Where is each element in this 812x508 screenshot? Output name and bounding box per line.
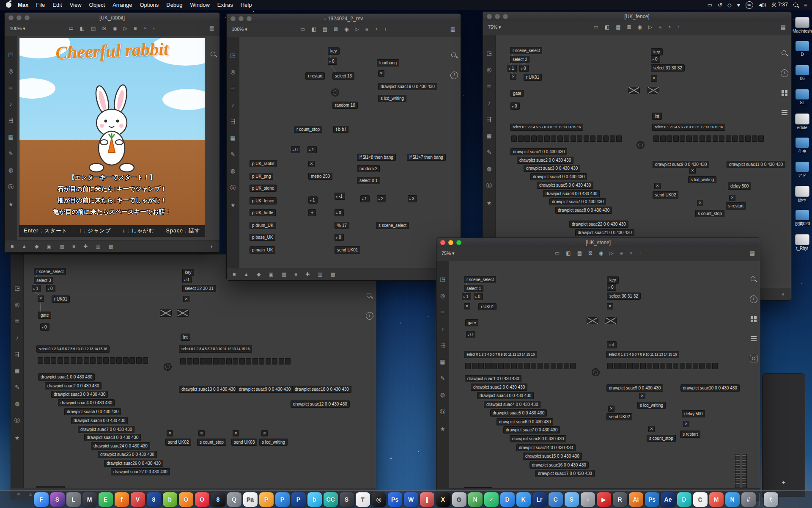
toggle-box[interactable]: ✕ (607, 303, 613, 309)
max-object[interactable]: s count_stop (647, 435, 676, 442)
bang-icon[interactable]: ⓑ (486, 182, 492, 190)
matrix-toggle[interactable] (603, 135, 609, 142)
zoom-button[interactable] (25, 15, 30, 20)
toggle-box[interactable]: ✕ (689, 168, 696, 174)
matrix-toggle[interactable] (136, 357, 142, 364)
matrix-toggle[interactable] (478, 363, 484, 369)
matrix-toggle[interactable] (193, 358, 199, 364)
max-object[interactable]: drawpict suac1 0 0 430 430 (510, 148, 567, 155)
max-object[interactable]: send UK01 (335, 246, 360, 254)
message-icon[interactable]: ◎ (15, 301, 19, 308)
draw-icon[interactable]: ✎ (230, 151, 235, 157)
comment-icon[interactable]: ≣ (440, 309, 445, 315)
menu-object[interactable]: Object (85, 2, 109, 8)
matrix-toggle[interactable] (610, 135, 615, 142)
number-box[interactable]: 0 (328, 58, 337, 65)
max-object[interactable]: select 0 1 2 3 4 5 6 7 8 9 10 11 12 13 1… (606, 351, 679, 358)
number-box[interactable]: 0 (291, 146, 300, 153)
matrix-toggle[interactable] (511, 363, 517, 369)
router-object[interactable] (628, 87, 640, 94)
info-icon[interactable] (750, 295, 757, 303)
max-object[interactable]: drawpict suac22 0 0 430 430 (569, 221, 628, 228)
dock-vivaldi[interactable]: V (131, 492, 145, 507)
max-object[interactable]: drawpict suac11 0 0 430 430 (727, 161, 785, 168)
max-object[interactable]: drawpict suac21 0 0 430 430 (575, 229, 634, 236)
matrix-toggle[interactable] (564, 363, 569, 369)
matrix-toggle[interactable] (538, 135, 543, 142)
comment-icon[interactable]: ≣ (230, 85, 235, 91)
max-object[interactable]: p main_UK (250, 246, 275, 254)
matrix-toggle[interactable] (653, 363, 659, 369)
matrix-toggle[interactable] (485, 363, 491, 369)
max-object[interactable]: drawpict suac27 0 0 430 430 (111, 468, 170, 475)
max-object[interactable]: select 32 30 31 (182, 285, 216, 292)
dock-bee[interactable]: b (163, 492, 177, 507)
routing-icon[interactable]: ⇶ (487, 116, 491, 122)
toggle-box[interactable]: ✕ (167, 430, 173, 436)
max-object[interactable]: metro 250 (308, 173, 332, 180)
matrix-toggle[interactable] (706, 363, 711, 369)
number-box[interactable]: 0 (519, 65, 529, 72)
matrix-toggle[interactable] (103, 357, 109, 364)
menu-debug[interactable]: Debug (162, 2, 186, 8)
bottombar-icon-6[interactable]: ✚ (83, 243, 88, 249)
max-object[interactable]: select 1 (464, 285, 483, 292)
toggle-box[interactable]: ✕ (648, 426, 655, 432)
max-object[interactable]: select 3 (34, 277, 53, 284)
max-object[interactable]: random 2 (357, 165, 380, 172)
dock-launchpad[interactable]: L (66, 492, 81, 507)
max-object[interactable]: int (607, 341, 617, 348)
dock-app-dark-s[interactable]: S (340, 492, 354, 507)
max-object[interactable]: select 0 1 2 3 4 5 6 7 8 9 10 11 12 13 1… (652, 124, 725, 131)
max-object[interactable]: select 0 1 2 3 4 5 6 7 8 9 10 11 12 13 1… (510, 124, 583, 131)
dock-keynote[interactable]: K (516, 492, 531, 507)
dock-app-black[interactable]: X (436, 492, 450, 507)
dock-yt-music[interactable]: ▶ (597, 492, 611, 507)
matrix-icon[interactable]: ▦ (8, 134, 13, 140)
matrix-toggle[interactable] (584, 135, 589, 142)
bottombar-icon-2[interactable]: ◆ (257, 271, 261, 277)
dock-lightroom[interactable]: Lr (532, 492, 547, 507)
dock-app-navy-p[interactable]: P (291, 492, 306, 507)
dock-finder[interactable]: F (34, 492, 49, 507)
bottombar-icon-6[interactable]: ✚ (305, 271, 310, 277)
max-object[interactable]: drawpict suac1 0 0 430 430 (465, 375, 521, 382)
max-object[interactable]: s scene_select (376, 222, 409, 229)
matrix-toggle[interactable] (667, 135, 672, 142)
dock-app-green[interactable]: E (99, 492, 113, 507)
matrix-toggle[interactable] (564, 135, 569, 142)
matrix-toggle[interactable] (511, 135, 517, 142)
audio-icon[interactable]: ♪ (9, 101, 12, 107)
matrix-toggle[interactable] (38, 357, 43, 364)
message-icon[interactable]: ◎ (440, 293, 445, 299)
search-icon[interactable] (451, 52, 458, 59)
message-icon[interactable]: ◎ (487, 66, 491, 73)
matrix-toggle[interactable] (71, 357, 76, 364)
matrix-toggle[interactable] (686, 363, 691, 369)
object-box-icon[interactable]: ◳ (230, 52, 235, 58)
camera-icon[interactable] (750, 355, 757, 362)
matrix-toggle[interactable] (571, 135, 576, 142)
matrix-toggle[interactable] (538, 363, 543, 369)
max-object[interactable]: r scene_select (34, 268, 66, 275)
menu-max[interactable]: Max (14, 2, 32, 8)
max-object[interactable]: select 13 (332, 72, 354, 80)
dock-textedit[interactable]: T (356, 492, 370, 507)
max-object[interactable]: drawpict suac7 0 0 430 430 (549, 198, 606, 205)
info-icon[interactable] (366, 312, 373, 320)
audio-icon[interactable]: ♪ (488, 99, 491, 106)
toggle-box[interactable]: ✕ (697, 200, 703, 206)
max-object[interactable]: if $i1>7 then bang (407, 154, 446, 161)
bang-button[interactable] (592, 368, 600, 376)
window-uk-stone[interactable]: [UK_stone] 75% ▾ ▭◧▤⊠◉▷≡◔+ ▦ r scene_sel… (436, 237, 760, 501)
max-object[interactable]: drawpict suac16 0 0 430 430 (529, 461, 589, 469)
window-uk-rabbit[interactable]: [UK_rabbit] 100% ▾ ▭◧▤⊠◉▷≡◔+ ▦ Cheerful … (4, 13, 220, 253)
toggle-box[interactable]: ✕ (38, 295, 44, 302)
comment-icon[interactable]: ≣ (487, 83, 491, 89)
desktop-icon[interactable]: 06 (793, 65, 812, 81)
bang-button[interactable] (164, 363, 172, 371)
toolbar-icon-2[interactable]: ▤ (91, 25, 96, 31)
max-object[interactable]: s lcd_writing (688, 176, 716, 183)
matrix-toggle[interactable] (634, 363, 639, 369)
toggle-box[interactable]: ✕ (308, 161, 315, 167)
